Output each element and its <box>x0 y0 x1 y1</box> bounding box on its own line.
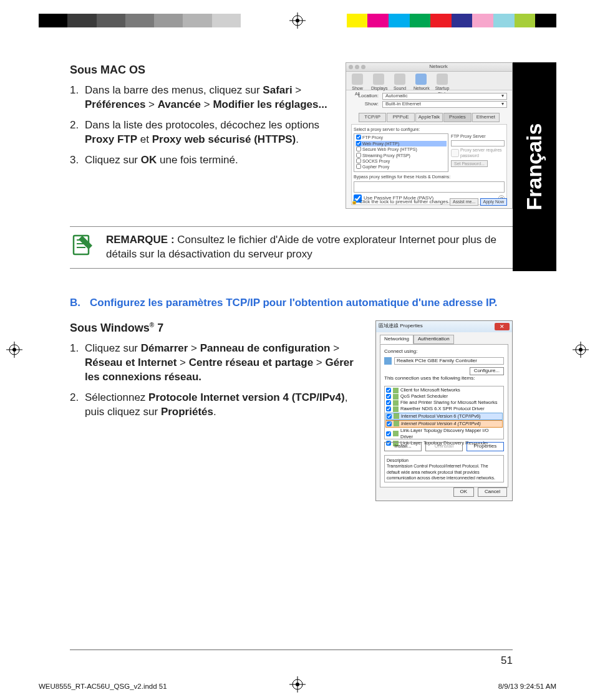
macshot-tab[interactable]: PPPoE <box>387 113 414 122</box>
toolbar-item[interactable]: Network <box>414 74 428 88</box>
win7-step-1: 1. Cliquez sur Démarrer > Panneau de con… <box>85 342 364 385</box>
proxy-item[interactable]: Gopher Proxy <box>356 164 447 170</box>
configure-button[interactable]: Configure... <box>470 367 504 375</box>
location-select[interactable]: Automatic▾ <box>382 93 507 100</box>
show-select[interactable]: Built-in Ethernet▾ <box>382 101 507 108</box>
toolbar-item[interactable]: Show All <box>350 74 365 88</box>
connection-item[interactable]: File and Printer Sharing for Microsoft N… <box>385 400 503 406</box>
ok-button[interactable]: OK <box>453 487 475 497</box>
macshot-tab[interactable]: Ethernet <box>472 113 500 122</box>
tab-networking[interactable]: Networking <box>380 335 414 344</box>
page-content: Sous MAC OS 1. Dans la barre des menus, … <box>70 62 513 501</box>
connection-item[interactable]: Rawether NDIS 6.X SPR Protocol Driver <box>385 406 503 412</box>
registration-mark-icon <box>289 12 306 29</box>
apply-now-button[interactable]: Apply Now <box>480 198 507 205</box>
proxy-item[interactable]: Streaming Proxy (RTSP) <box>356 153 447 158</box>
install-button[interactable]: Install... <box>384 442 422 451</box>
ftp-proxy-server-input[interactable] <box>451 140 505 146</box>
bypass-hosts-input[interactable] <box>354 181 505 193</box>
language-tab-label: Français <box>523 123 547 211</box>
proxy-item[interactable]: Secure Web Proxy (HTTPS) <box>356 146 447 152</box>
win7-step-2: 2. Sélectionnez Protocole Internet versi… <box>85 391 364 420</box>
toolbar-item[interactable]: Sound <box>392 74 407 88</box>
uninstall-button[interactable]: Uninstall <box>425 442 463 451</box>
section-b-heading: B. Configurez les paramètres TCP/IP pour… <box>70 296 513 310</box>
note-label: REMARQUE : <box>106 234 175 246</box>
registration-mark-icon <box>6 342 22 358</box>
connection-item[interactable]: Client for Microsoft Networks <box>385 387 503 393</box>
connection-item[interactable]: QoS Packet Scheduler <box>385 393 503 400</box>
toolbar-item[interactable]: Startup Disk <box>435 74 450 88</box>
note-block: REMARQUE : Consultez le fichier d'Aide d… <box>70 226 513 269</box>
adapter-icon <box>384 357 392 365</box>
print-slug: WEU8555_RT-AC56U_QSG_v2.indd 51 8/9/13 9… <box>39 683 556 690</box>
assist-button[interactable]: Assist me... <box>450 198 478 205</box>
connection-item[interactable]: Link-Layer Topology Discovery Mapper I/O… <box>385 428 503 440</box>
connection-item[interactable]: Internet Protocol Version 4 (TCP/IPv4) <box>385 420 503 428</box>
tab-authentication[interactable]: Authentication <box>414 335 454 344</box>
win7-heading: Sous Windows® 7 <box>70 320 364 335</box>
cancel-button[interactable]: Cancel <box>478 487 507 497</box>
macshot-tab[interactable]: Proxies <box>443 113 471 122</box>
macos-step-3: 3. Cliquez sur OK une fois terminé. <box>85 153 334 168</box>
proxy-item[interactable]: Web Proxy (HTTP) <box>356 141 447 146</box>
footer-rule <box>70 650 513 650</box>
properties-button[interactable]: Properties <box>467 442 504 451</box>
macos-network-screenshot: Network Show AllDisplaysSoundNetworkStar… <box>346 62 513 209</box>
macos-heading: Sous MAC OS <box>70 62 334 77</box>
set-password-button[interactable]: Set Password... <box>451 160 488 167</box>
proxy-item[interactable]: SOCKS Proxy <box>356 158 447 164</box>
close-icon[interactable]: ✕ <box>495 323 510 330</box>
adapter-select[interactable]: Realtek PCIe GBE Family Controller <box>394 357 504 365</box>
lock-icon[interactable]: 🔓 <box>351 199 357 206</box>
windows-properties-screenshot: 區域連線 Properties✕ Networking Authenticati… <box>375 320 513 501</box>
note-icon <box>70 233 95 258</box>
macos-step-1: 1. Dans la barre des menus, cliquez sur … <box>85 84 334 112</box>
macshot-tab[interactable]: TCP/IP <box>359 113 386 122</box>
connection-item[interactable]: Internet Protocol Version 6 (TCP/IPv6) <box>385 413 503 420</box>
language-tab: Français <box>513 62 556 271</box>
macshot-tab[interactable]: AppleTalk <box>415 113 443 122</box>
proxy-item[interactable]: FTP Proxy <box>356 135 447 140</box>
connection-items-list[interactable]: Client for Microsoft Networks QoS Packet… <box>384 386 504 439</box>
registration-mark-icon <box>573 342 589 358</box>
page-number: 51 <box>501 654 513 667</box>
macos-step-2: 2. Dans la liste des protocoles, décoche… <box>85 118 334 147</box>
toolbar-item[interactable]: Displays <box>371 74 386 88</box>
